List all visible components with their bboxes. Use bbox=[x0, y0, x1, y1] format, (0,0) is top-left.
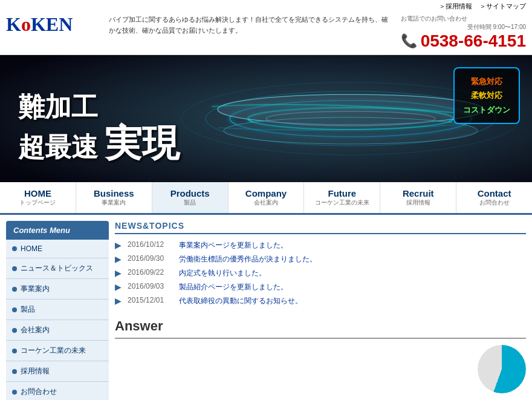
news-link[interactable]: 製品紹介ページを更新しました。 bbox=[179, 282, 288, 292]
sidebar-item-5[interactable]: コーケン工業の未来 bbox=[6, 341, 109, 361]
pie-chart bbox=[478, 345, 526, 393]
news-date: 2016/09/30 bbox=[128, 254, 173, 263]
news-item-0: ▶ 2016/10/12 事業案内ページを更新しました。 bbox=[115, 240, 526, 251]
hero-badge: 緊急対応 柔軟対応 コストダウン bbox=[453, 67, 520, 124]
main-navigation: HOMEトップページBusiness事業案内Products製品Company会… bbox=[0, 182, 532, 215]
answer-section: Answer bbox=[115, 318, 526, 339]
sidebar-dot bbox=[12, 287, 17, 292]
sidebar-title: Contents Menu bbox=[6, 221, 109, 240]
news-arrow: ▶ bbox=[115, 282, 122, 292]
sidebar-dot bbox=[12, 307, 17, 312]
sidebar: Contents Menu HOMEニュース＆トピックス事業案内製品会社案内コー… bbox=[6, 221, 109, 400]
nav-item-company[interactable]: Company会社案内 bbox=[229, 182, 305, 213]
news-item-1: ▶ 2016/09/30 労働衛生標語の優秀作品が決まりました。 bbox=[115, 254, 526, 264]
nav-item-home[interactable]: HOMEトップページ bbox=[0, 182, 76, 213]
news-arrow: ▶ bbox=[115, 254, 122, 264]
hero-text: 難加工 超最速 実現 bbox=[18, 93, 180, 164]
sidebar-dot bbox=[12, 390, 17, 395]
news-arrow: ▶ bbox=[115, 268, 122, 278]
sidebar-item-7[interactable]: お問合わせ bbox=[6, 382, 109, 400]
sidebar-item-4[interactable]: 会社案内 bbox=[6, 320, 109, 341]
news-item-3: ▶ 2016/09/03 製品紹介ページを更新しました。 bbox=[115, 282, 526, 292]
main-content: NEWS&TOPICS ▶ 2016/10/12 事業案内ページを更新しました。… bbox=[115, 221, 526, 400]
news-date: 2016/09/22 bbox=[128, 268, 173, 277]
header-tagline: パイプ加工に関するあらゆるお悩み解決します！自社で全てを完結できるシステムを持ち… bbox=[103, 15, 401, 36]
news-link[interactable]: 事業案内ページを更新しました。 bbox=[179, 240, 288, 251]
sidebar-item-2[interactable]: 事業案内 bbox=[6, 279, 109, 300]
news-date: 2016/10/12 bbox=[128, 240, 173, 249]
news-link[interactable]: 内定式を執り行いました。 bbox=[179, 268, 266, 278]
hero-banner: 難加工 超最速 実現 緊急対応 柔軟対応 コストダウン bbox=[0, 55, 532, 182]
nav-item-products[interactable]: Products製品 bbox=[152, 182, 229, 213]
sidebar-item-6[interactable]: 採用情報 bbox=[6, 361, 109, 382]
nav-item-future[interactable]: Futureコーケン工業の未来 bbox=[304, 182, 380, 213]
sidebar-dot bbox=[12, 246, 17, 251]
nav-item-recruit[interactable]: Recruit採用情報 bbox=[380, 182, 456, 213]
sitemap-link[interactable]: ＞サイトマップ bbox=[479, 2, 526, 11]
news-link[interactable]: 代表取締役の異動に関するお知らせ。 bbox=[179, 296, 302, 306]
news-item-2: ▶ 2016/09/22 内定式を執り行いました。 bbox=[115, 268, 526, 278]
sidebar-dot bbox=[12, 349, 17, 353]
sidebar-item-3[interactable]: 製品 bbox=[6, 300, 109, 320]
news-date: 2016/09/03 bbox=[128, 282, 173, 290]
phone-number[interactable]: 0538-66-4151 bbox=[421, 31, 526, 51]
recruit-link[interactable]: ＞採用情報 bbox=[439, 2, 472, 11]
sidebar-item-0[interactable]: HOME bbox=[6, 240, 109, 258]
chart-area bbox=[115, 345, 526, 393]
sidebar-dot bbox=[12, 369, 17, 374]
news-item-4: ▶ 2015/12/01 代表取締役の異動に関するお知らせ。 bbox=[115, 296, 526, 306]
news-section: NEWS&TOPICS ▶ 2016/10/12 事業案内ページを更新しました。… bbox=[115, 221, 526, 306]
sidebar-item-1[interactable]: ニュース＆トピックス bbox=[6, 258, 109, 279]
answer-title: Answer bbox=[115, 318, 526, 339]
sidebar-dot bbox=[12, 266, 17, 271]
nav-item-contact[interactable]: Contactお問合わせ bbox=[456, 182, 532, 213]
news-title: NEWS&TOPICS bbox=[115, 221, 526, 234]
hours-label: 受付時間 9:00〜17:00 bbox=[401, 23, 526, 31]
phone-icon: 📞 bbox=[401, 33, 417, 49]
sidebar-dot bbox=[12, 328, 17, 333]
contact-label: お電話でのお問い合わせ bbox=[401, 15, 526, 23]
news-arrow: ▶ bbox=[115, 296, 122, 306]
nav-item-business[interactable]: Business事業案内 bbox=[76, 182, 152, 213]
news-arrow: ▶ bbox=[115, 240, 122, 250]
news-date: 2015/12/01 bbox=[128, 296, 173, 304]
site-logo[interactable]: KoKEN bbox=[6, 15, 103, 34]
news-link[interactable]: 労働衛生標語の優秀作品が決まりました。 bbox=[179, 254, 317, 264]
